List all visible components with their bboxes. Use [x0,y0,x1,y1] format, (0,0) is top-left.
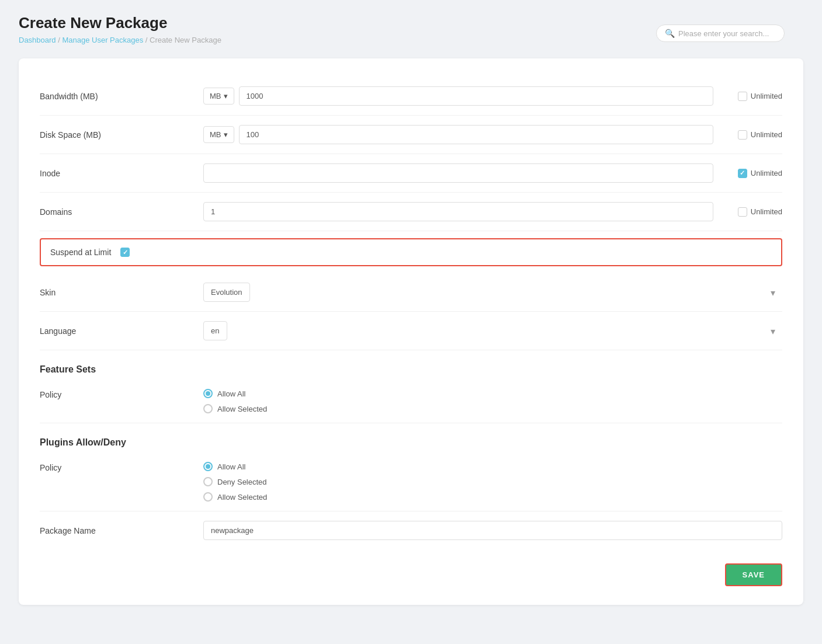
disk-space-unit-select[interactable]: MB ▾ [203,126,234,143]
plugins-deny-selected[interactable]: Deny Selected [203,477,267,486]
domains-controls: Unlimited [203,202,782,221]
disk-space-unlimited-checkbox[interactable] [738,130,747,140]
chevron-down-icon: ▾ [224,92,228,100]
package-name-input[interactable] [203,521,782,540]
feature-sets-policy-row: Policy Allow All Allow Selected [40,380,782,423]
skin-select-wrap: Evolution [203,283,782,302]
bandwidth-unit-select[interactable]: MB ▾ [203,88,234,105]
plugins-policy-row: Policy Allow All Deny Selected Allow Sel… [40,452,782,511]
save-button[interactable]: SAVE [725,563,782,586]
skin-select[interactable]: Evolution [203,283,250,302]
breadcrumb-dashboard[interactable]: Dashboard [19,36,56,44]
inode-label: Inode [40,169,203,178]
feature-sets-allow-selected-radio[interactable] [203,404,213,413]
bandwidth-input[interactable] [239,86,714,106]
breadcrumb-current: Create New Package [150,36,221,44]
bandwidth-row: Bandwidth (MB) MB ▾ Unlimited [40,77,782,116]
inode-controls: Unlimited [203,163,782,183]
domains-unlimited-checkbox[interactable] [738,207,747,217]
suspend-at-limit-checkbox[interactable] [120,248,130,257]
feature-sets-title: Feature Sets [40,364,782,375]
language-row: Language en [40,312,782,350]
bandwidth-controls: MB ▾ Unlimited [203,86,782,106]
suspend-at-limit-row: Suspend at Limit [40,238,782,266]
inode-unlimited-checkbox[interactable] [738,169,747,178]
feature-sets-allow-selected[interactable]: Allow Selected [203,404,267,413]
disk-space-controls: MB ▾ Unlimited [203,125,782,144]
search-icon: 🔍 [665,29,675,38]
breadcrumb-manage[interactable]: Manage User Packages [62,36,143,44]
feature-sets-allow-all[interactable]: Allow All [203,389,267,398]
skin-label: Skin [40,288,203,297]
disk-space-input[interactable] [239,125,714,144]
language-select-wrap: en [203,321,782,340]
search-bar: 🔍 [656,25,785,42]
plugins-allow-selected[interactable]: Allow Selected [203,492,267,502]
plugins-policy-label: Policy [40,462,203,472]
inode-unlimited-wrap: Unlimited [718,169,782,178]
plugins-deny-selected-radio[interactable] [203,477,213,486]
feature-sets-policy-group: Allow All Allow Selected [203,389,267,413]
suspend-at-limit-label: Suspend at Limit [50,248,111,257]
feature-sets-policy-label: Policy [40,389,203,399]
plugins-policy-group: Allow All Deny Selected Allow Selected [203,462,267,502]
disk-space-unlimited-label: Unlimited [751,130,782,139]
language-label: Language [40,326,203,336]
search-input[interactable] [678,29,776,38]
save-section: SAVE [40,563,782,586]
bandwidth-label: Bandwidth (MB) [40,92,203,101]
plugins-title: Plugins Allow/Deny [40,437,782,448]
skin-row: Skin Evolution [40,273,782,312]
language-select[interactable]: en [203,321,227,340]
inode-unlimited-label: Unlimited [751,169,782,177]
feature-sets-allow-all-radio[interactable] [203,389,213,398]
domains-label: Domains [40,207,203,217]
plugins-allow-all-radio[interactable] [203,462,213,471]
inode-row: Inode Unlimited [40,154,782,193]
bandwidth-unlimited-checkbox[interactable] [738,92,747,101]
bandwidth-unlimited-label: Unlimited [751,92,782,100]
plugins-allow-all[interactable]: Allow All [203,462,267,471]
chevron-down-icon: ▾ [224,130,228,139]
package-name-label: Package Name [40,526,203,535]
domains-input[interactable] [203,202,713,221]
disk-space-unlimited-wrap: Unlimited [718,130,782,140]
form-card: Bandwidth (MB) MB ▾ Unlimited Disk Space… [19,58,803,605]
domains-row: Domains Unlimited [40,193,782,231]
disk-space-row: Disk Space (MB) MB ▾ Unlimited [40,116,782,154]
package-name-row: Package Name [40,511,782,549]
inode-input[interactable] [203,163,713,183]
plugins-allow-selected-radio[interactable] [203,492,213,502]
domains-unlimited-label: Unlimited [751,207,782,216]
disk-space-label: Disk Space (MB) [40,130,203,140]
bandwidth-unlimited-wrap: Unlimited [718,92,782,101]
domains-unlimited-wrap: Unlimited [718,207,782,217]
